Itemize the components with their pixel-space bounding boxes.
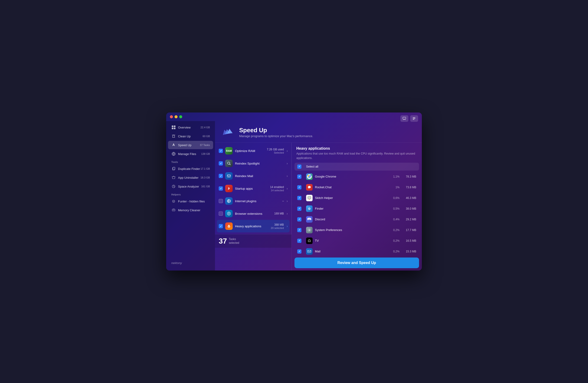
app-row-tv[interactable]: ✓ TV 0,2% 16.5 MB: [294, 236, 419, 246]
task-info-heavy-applications: Heavy applications: [235, 225, 271, 228]
svg-point-9: [173, 153, 174, 154]
task-checkbox-reindex-mail[interactable]: ✓: [219, 174, 223, 178]
tasks-count: 37: [219, 237, 227, 245]
detail-footer: Review and Speed Up: [292, 255, 422, 271]
sidebar-item-duplicatefinder[interactable]: Duplicate Finder 17.1 GB: [168, 165, 213, 173]
minimize-button[interactable]: [174, 115, 178, 118]
svg-rect-30: [308, 250, 311, 253]
task-info-internet-plugins: Internet plugins: [235, 199, 282, 203]
app-row-mail[interactable]: ✓ Mail 0,2% 15.3 MB: [294, 246, 419, 255]
app-cpu-skitch: 0,6%: [390, 196, 399, 200]
task-arrow-optimize-ram: ›: [287, 149, 288, 153]
app-checkbox-sysprefs[interactable]: ✓: [297, 228, 301, 232]
app-name-rocketchat: Rocket.Chat: [315, 186, 390, 189]
sidebar-cleanup-label: Clean Up: [178, 135, 203, 138]
sidebar-funter-label: Funter - hidden files: [178, 200, 210, 203]
task-arrow-reindex-spotlight: ›: [287, 162, 288, 165]
app-row-skitch[interactable]: ✓ Skitch Helper 0,6% 46.3 MB: [294, 193, 419, 203]
app-mem-rocketchat: 73.8 MB: [402, 186, 416, 189]
task-item-startup-apps[interactable]: ✓ Startup apps 14 enabled 14 selected: [215, 182, 292, 195]
close-button[interactable]: [170, 115, 173, 118]
history-icon: [412, 117, 416, 120]
appuninstaller-icon: [171, 175, 176, 180]
app-cpu-chrome: 1,1%: [390, 175, 399, 178]
app-icon-mail: [306, 248, 313, 255]
sidebar-item-managefiles[interactable]: Manage Files 138 GB: [168, 150, 213, 158]
app-row-chrome[interactable]: ✓ Google Chrome 1,1% 78.3 MB: [294, 171, 419, 182]
sidebar-spaceanalyzer-badge: 161 GB: [201, 185, 210, 188]
svg-rect-0: [403, 117, 406, 119]
chat-button[interactable]: [400, 115, 408, 122]
app-icon-discord: [306, 216, 313, 223]
sidebar-overview-badge: 22.4 GB: [201, 126, 210, 129]
task-checkbox-reindex-spotlight[interactable]: ✓: [219, 161, 223, 166]
app-mem-tv: 16.5 MB: [402, 239, 416, 242]
maximize-button[interactable]: [179, 115, 182, 118]
app-row-finder[interactable]: ✓ Finder 0,5% 38.0 MB: [294, 204, 419, 214]
app-row-sysprefs[interactable]: ✓ System Preferences 0,2% 17.7 MB: [294, 225, 419, 235]
history-button[interactable]: [410, 115, 418, 122]
task-item-reindex-mail[interactable]: ✓ Reindex Mail ›: [215, 170, 292, 182]
sidebar-duplicatefinder-badge: 17.1 GB: [201, 167, 210, 170]
app-icon-skitch: [306, 195, 313, 201]
svg-point-14: [173, 201, 174, 202]
task-item-browser-extensions[interactable]: Browser extensions 169 MB ›: [215, 207, 292, 220]
svg-rect-3: [413, 119, 414, 120]
content-panels: ✓ RAM Optimize RAM 7.26 GB used Selected: [215, 143, 422, 271]
select-all-checkbox[interactable]: ✓: [297, 165, 301, 169]
app-name-discord: Discord: [315, 217, 390, 221]
app-checkbox-tv[interactable]: ✓: [297, 239, 301, 243]
task-item-optimize-ram[interactable]: ✓ RAM Optimize RAM 7.26 GB used Selected: [215, 145, 292, 157]
select-all-row[interactable]: ✓ Select all: [294, 163, 419, 170]
sidebar-item-spaceanalyzer[interactable]: Space Analyzer 161 GB: [168, 182, 213, 191]
title-bar: [166, 112, 422, 121]
sidebar-item-overview[interactable]: Overview 22.4 GB: [168, 123, 213, 131]
duplicatefinder-icon: [171, 166, 176, 171]
sidebar-item-appuninstaller[interactable]: App Uninstaller 18.3 GB: [168, 173, 213, 182]
speedup-icon: [171, 143, 176, 147]
speed-up-arrows: [221, 126, 235, 139]
app-row-discord[interactable]: ✓ Discord 0,4% 29.2 MB: [294, 214, 419, 225]
sidebar-item-funter[interactable]: Funter - hidden files: [168, 197, 213, 205]
managefiles-icon: [171, 151, 176, 156]
sidebar-item-speedup[interactable]: Speed Up 37 Tasks: [168, 141, 213, 149]
review-speedup-button[interactable]: Review and Speed Up: [294, 257, 419, 268]
app-checkbox-discord[interactable]: ✓: [297, 217, 301, 221]
app-checkbox-chrome[interactable]: ✓: [297, 174, 301, 179]
overview-icon: [171, 125, 176, 130]
detail-title: Heavy applications: [296, 147, 417, 150]
sidebar-item-cleanup[interactable]: Clean Up 60 GB: [168, 132, 213, 140]
app-cpu-finder: 0,5%: [390, 207, 399, 210]
selected-label: selected: [229, 241, 239, 245]
task-item-reindex-spotlight[interactable]: ✓ Reindex Spotlight ›: [215, 157, 292, 170]
task-icon-heavy-applications: [225, 222, 233, 230]
task-arrow-heavy-applications: ›: [287, 224, 288, 228]
task-checkbox-internet-plugins[interactable]: [219, 199, 223, 203]
task-checkbox-optimize-ram[interactable]: ✓: [219, 149, 223, 153]
svg-rect-17: [227, 175, 231, 177]
app-cpu-mail: 0,2%: [390, 250, 399, 253]
title-bar-actions: [400, 115, 418, 122]
tasks-list: ✓ RAM Optimize RAM 7.26 GB used Selected: [215, 143, 292, 234]
svg-point-27: [309, 208, 309, 209]
task-icon-browser-extensions: [225, 210, 233, 217]
app-checkbox-finder[interactable]: ✓: [297, 207, 301, 211]
app-cpu-tv: 0,2%: [390, 239, 399, 242]
app-checkbox-mail[interactable]: ✓: [297, 249, 301, 254]
task-checkbox-heavy-applications[interactable]: ✓: [219, 224, 223, 228]
sidebar-item-memorycleaner[interactable]: Memory Cleaner: [168, 206, 213, 214]
app-checkbox-skitch[interactable]: ✓: [297, 196, 301, 200]
app-cpu-discord: 0,4%: [390, 218, 399, 221]
svg-rect-4: [172, 126, 173, 127]
task-item-heavy-applications[interactable]: ✓ Heavy applications 388 MB 20 selected: [217, 220, 290, 233]
app-checkbox-rocketchat[interactable]: ✓: [297, 185, 301, 190]
memorycleaner-icon: [171, 208, 176, 213]
task-checkbox-browser-extensions[interactable]: [219, 212, 223, 216]
sidebar-memorycleaner-label: Memory Cleaner: [178, 209, 210, 212]
task-item-internet-plugins[interactable]: Internet plugins – ›: [215, 195, 292, 207]
task-checkbox-startup-apps[interactable]: ✓: [219, 186, 223, 191]
app-icon-rocketchat: [306, 184, 313, 191]
app-name-sysprefs: System Preferences: [315, 228, 390, 232]
spaceanalyzer-icon: [171, 184, 176, 189]
app-row-rocketchat[interactable]: ✓ Rocket.Chat 1% 73.8 MB: [294, 182, 419, 192]
